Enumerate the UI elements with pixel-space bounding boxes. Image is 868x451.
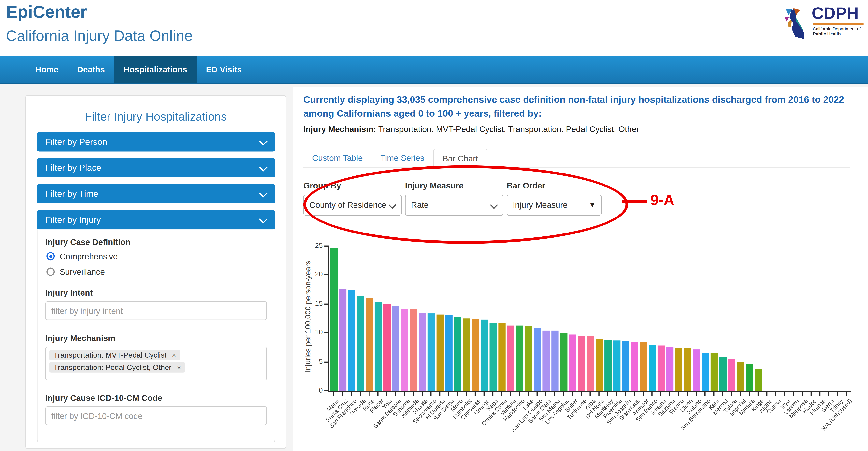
- accordion-label: Filter by Person: [45, 137, 107, 147]
- remove-tag-icon[interactable]: ×: [177, 364, 181, 371]
- accordion-filter-by-place[interactable]: Filter by Place: [37, 158, 275, 177]
- injury-measure-select[interactable]: Rate: [405, 194, 503, 215]
- selected-value: Rate: [411, 200, 429, 210]
- annotation-connector-line: [622, 200, 647, 203]
- accordion-filter-by-person[interactable]: Filter by Person: [37, 132, 275, 151]
- radio-selected-icon[interactable]: [46, 252, 55, 260]
- bar-san-mateo: [551, 331, 558, 391]
- bar-merced: [719, 357, 726, 391]
- nav-item-hospitalizations[interactable]: Hospitalizations: [114, 56, 196, 83]
- x-axis-tick: [404, 392, 405, 396]
- x-axis-tick: [545, 392, 547, 396]
- bar-santa-barbara: [392, 306, 399, 391]
- logo-divider: [813, 23, 864, 25]
- tab-time-series[interactable]: Time Series: [371, 149, 433, 168]
- bar-placer: [374, 302, 381, 391]
- group-by-select[interactable]: County of Residence: [303, 194, 402, 215]
- chevron-down-icon: [259, 215, 268, 223]
- x-axis-tick: [510, 392, 511, 396]
- x-axis-tick: [598, 392, 599, 396]
- chevron-down-icon: [259, 189, 268, 198]
- bar-stanislaus: [631, 342, 638, 391]
- y-axis-tick: [324, 303, 329, 305]
- chevron-down-icon: [490, 201, 498, 209]
- y-axis-title: Injuries per 100,000 person-years: [304, 239, 312, 394]
- x-axis-tick: [713, 392, 715, 396]
- radio-option-surveillance[interactable]: Surveillance: [46, 267, 105, 276]
- summary-text: Currently displaying 33,035 comprehensiv…: [303, 93, 859, 121]
- bar-santa-cruz: [339, 289, 346, 391]
- bar-mendocino: [516, 325, 523, 391]
- bar-san-francisco: [348, 290, 355, 391]
- bar-san-benito: [648, 345, 655, 391]
- x-axis-tick: [793, 392, 794, 396]
- group-by-label: Group By: [303, 181, 402, 190]
- nav-item-ed-visits[interactable]: ED Visits: [196, 56, 251, 83]
- injury-intent-input[interactable]: [45, 301, 267, 320]
- nav-item-deaths[interactable]: Deaths: [68, 56, 114, 83]
- chevron-down-icon: [389, 201, 396, 209]
- tab-bar-chart[interactable]: Bar Chart: [433, 149, 488, 168]
- mechanism-tag-label: Transportation: Pedal Cyclist, Other: [54, 363, 172, 371]
- bar-imperial: [737, 362, 744, 391]
- x-axis-tick: [607, 392, 609, 396]
- x-axis-tick: [501, 392, 502, 396]
- accordion-filter-by-injury[interactable]: Filter by Injury: [37, 210, 275, 229]
- bar-sonoma: [401, 309, 408, 391]
- radio-unselected-icon[interactable]: [46, 268, 55, 276]
- bar-glenn: [684, 348, 691, 391]
- applied-filter-label: Injury Mechanism:: [303, 124, 376, 134]
- x-axis-tick: [766, 392, 768, 396]
- tab-custom-table[interactable]: Custom Table: [303, 149, 372, 168]
- x-axis-tick: [660, 392, 661, 396]
- x-axis-tick: [457, 392, 458, 396]
- bar-lake: [525, 326, 532, 391]
- accordion-label: Filter by Place: [45, 163, 101, 173]
- bar-solano: [693, 349, 700, 391]
- x-axis-tick: [422, 392, 423, 396]
- bar-alameda: [410, 309, 417, 391]
- chevron-down-icon: [259, 163, 268, 172]
- x-axis-tick: [846, 392, 847, 396]
- cdph-logo-abbr: CDPH: [812, 4, 864, 22]
- bar-order-select[interactable]: Injury Measure▼: [506, 194, 602, 215]
- bar-butte: [366, 298, 373, 391]
- logo-org-line2: Public Health: [813, 32, 864, 36]
- app-header: EpiCenter California Injury Data Online …: [0, 0, 868, 56]
- icd-code-input[interactable]: [45, 407, 267, 425]
- mechanism-tag: Transportation: Pedal Cyclist, Other×: [49, 362, 185, 373]
- injury-mechanism-multiselect[interactable]: Transportation: MVT-Pedal Cyclist×Transp…: [45, 347, 267, 380]
- bar-riverside: [613, 340, 620, 391]
- bar-siskiyou: [666, 347, 673, 391]
- x-axis-tick: [802, 392, 803, 396]
- y-axis-tick-label: 25: [304, 242, 322, 249]
- x-axis-tick: [377, 392, 378, 396]
- x-axis-tick: [669, 392, 670, 396]
- main-nav: HomeDeathsHospitalizationsED Visits: [0, 56, 868, 84]
- bar-tulare: [728, 360, 735, 391]
- nav-item-home[interactable]: Home: [26, 56, 68, 83]
- x-axis-tick: [333, 392, 334, 396]
- radio-option-comprehensive[interactable]: Comprehensive: [46, 251, 118, 261]
- logo-org-line1: California Department of: [813, 26, 864, 31]
- cdph-logo: CDPH California Department of Public Hea…: [784, 4, 865, 53]
- bar-contra-costa: [498, 324, 505, 391]
- x-axis-tick: [475, 392, 476, 396]
- x-axis-tick: [731, 392, 732, 396]
- y-axis-tick: [324, 245, 329, 247]
- selected-value: Injury Measure: [513, 200, 567, 210]
- x-axis-tick: [536, 392, 538, 396]
- remove-tag-icon[interactable]: ×: [172, 351, 176, 359]
- y-axis-tick-label: 20: [304, 271, 322, 278]
- accordion-filter-by-time[interactable]: Filter by Time: [37, 184, 275, 204]
- app-title: EpiCenter: [6, 2, 87, 22]
- x-axis-tick: [369, 392, 370, 396]
- x-axis-tick: [740, 392, 741, 396]
- icd-code-label: Injury Cause ICD-10-CM Code: [45, 393, 162, 402]
- x-axis-tick: [351, 392, 352, 396]
- bar-madera: [746, 364, 753, 391]
- bar-amador: [640, 342, 647, 391]
- x-axis-tick: [466, 392, 467, 396]
- y-axis-tick-label: 10: [304, 328, 322, 336]
- x-axis-tick: [634, 392, 635, 396]
